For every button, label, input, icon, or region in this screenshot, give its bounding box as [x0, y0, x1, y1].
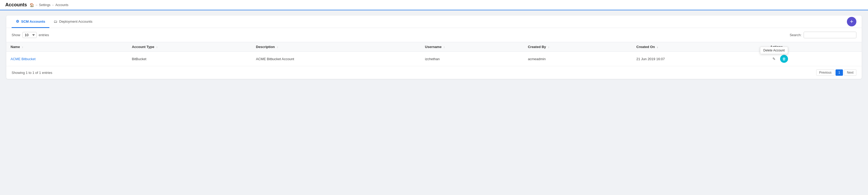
table-header: Name ↕ Account Type ↕ Description ↕ User… — [6, 42, 862, 52]
col-description[interactable]: Description ↕ — [252, 42, 421, 52]
sort-description-icon: ↕ — [277, 46, 278, 48]
breadcrumb: 🏠 – Settings – Accounts — [30, 3, 68, 7]
page-title: Accounts — [5, 2, 27, 8]
tab-scm-accounts[interactable]: ⚙ SCM Accounts — [11, 15, 50, 28]
col-actions: Actions — [766, 42, 862, 52]
delete-button[interactable]: 🗑 — [780, 55, 788, 63]
page-1-button[interactable]: 1 — [836, 69, 843, 76]
actions-cell: ✎ 🗑 Delete Account — [770, 55, 858, 63]
show-label: Show — [11, 33, 20, 37]
breadcrumb-settings: Settings — [39, 3, 51, 7]
cell-actions: ✎ 🗑 Delete Account — [766, 52, 862, 66]
deployment-tab-icon: 🗂 — [54, 19, 57, 24]
previous-button[interactable]: Previous — [816, 69, 835, 76]
sort-created-on-icon: ↓ — [657, 46, 658, 48]
cell-created-on: 21 Jun 2019 16:07 — [632, 52, 766, 66]
edit-icon: ✎ — [772, 57, 776, 61]
home-icon[interactable]: 🏠 — [30, 3, 34, 7]
pagination: Previous 1 Next — [816, 69, 857, 76]
cell-created-by: acmeadmin — [524, 52, 632, 66]
table-footer: Showing 1 to 1 of 1 entries Previous 1 N… — [6, 66, 862, 79]
search-box: Search: — [789, 32, 857, 38]
search-input[interactable] — [804, 32, 857, 38]
accounts-table: Name ↕ Account Type ↕ Description ↕ User… — [6, 42, 862, 66]
main-content: ⚙ SCM Accounts 🗂 Deployment Accounts + S… — [0, 10, 868, 84]
col-created-on[interactable]: Created On ↓ — [632, 42, 766, 52]
tabs-header: ⚙ SCM Accounts 🗂 Deployment Accounts + — [6, 15, 862, 28]
add-account-button[interactable]: + — [847, 17, 857, 26]
search-label: Search: — [789, 33, 802, 37]
sort-account-type-icon: ↕ — [156, 46, 158, 48]
entries-select[interactable]: 10 25 50 100 — [23, 32, 37, 38]
accounts-card: ⚙ SCM Accounts 🗂 Deployment Accounts + S… — [6, 15, 862, 79]
table-row: ACME Bitbucket BitBucket ACME Bitbucket … — [6, 52, 862, 66]
next-button[interactable]: Next — [844, 69, 857, 76]
scm-tab-icon: ⚙ — [16, 19, 19, 24]
tab-deployment-accounts[interactable]: 🗂 Deployment Accounts — [50, 15, 97, 28]
col-created-by[interactable]: Created By ↕ — [524, 42, 632, 52]
table-controls: Show 10 25 50 100 entries Search: — [6, 28, 862, 42]
sort-created-by-icon: ↕ — [548, 46, 549, 48]
sort-username-icon: ↕ — [443, 46, 445, 48]
col-username[interactable]: Username ↕ — [421, 42, 524, 52]
cell-name: ACME Bitbucket — [6, 52, 127, 66]
cell-account-type: BitBucket — [127, 52, 252, 66]
top-bar: Accounts 🏠 – Settings – Accounts — [0, 0, 868, 10]
delete-icon: 🗑 — [782, 57, 786, 61]
account-name-link[interactable]: ACME Bitbucket — [10, 57, 36, 61]
table-body: ACME Bitbucket BitBucket ACME Bitbucket … — [6, 52, 862, 66]
sort-name-icon: ↕ — [22, 46, 23, 48]
entries-label: entries — [39, 33, 49, 37]
cell-username: izchethan — [421, 52, 524, 66]
show-entries-control: Show 10 25 50 100 entries — [11, 32, 49, 38]
cell-description: ACME Bitbucket Account — [252, 52, 421, 66]
edit-button[interactable]: ✎ — [770, 55, 778, 63]
breadcrumb-accounts: Accounts — [56, 3, 68, 7]
showing-entries-text: Showing 1 to 1 of 1 entries — [11, 71, 52, 75]
tab-deployment-label: Deployment Accounts — [59, 20, 92, 24]
col-account-type[interactable]: Account Type ↕ — [127, 42, 252, 52]
delete-tooltip-container: 🗑 Delete Account — [780, 55, 788, 63]
tab-scm-label: SCM Accounts — [21, 20, 45, 24]
col-name[interactable]: Name ↕ — [6, 42, 127, 52]
